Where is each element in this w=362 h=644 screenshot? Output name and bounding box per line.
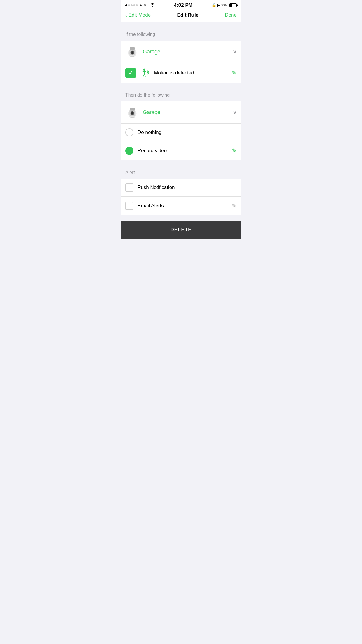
- motion-person-icon: [140, 67, 151, 78]
- checkmark-icon: ✓: [128, 69, 133, 76]
- motion-edit-icon[interactable]: ✎: [232, 69, 237, 76]
- motion-checkbox[interactable]: ✓: [125, 68, 136, 78]
- battery-percent: 33%: [221, 3, 228, 7]
- motion-label: Motion is detected: [154, 70, 222, 76]
- signal-dot-1: [125, 4, 127, 6]
- lock-icon: 🔒: [212, 3, 216, 7]
- svg-point-17: [131, 112, 133, 114]
- location-icon: ▶: [217, 3, 220, 7]
- svg-point-4: [131, 51, 133, 54]
- row-divider: [226, 68, 226, 78]
- if-device-section: Garage ∨ ✓ Motion is detected ✎: [121, 41, 241, 83]
- then-section-label: Then do the following: [125, 92, 170, 97]
- alert-spacer: [121, 160, 241, 166]
- nav-bar: ‹ Edit Mode Edit Rule Done: [121, 9, 241, 22]
- if-garage-chevron-icon: ∨: [233, 48, 237, 55]
- top-spacer: [121, 22, 241, 28]
- wifi-icon: [150, 3, 155, 8]
- push-notification-row[interactable]: Push Notification: [121, 179, 241, 196]
- svg-point-6: [130, 56, 135, 57]
- middle-spacer: [121, 83, 241, 88]
- back-chevron-icon: ‹: [125, 12, 127, 18]
- signal-dot-2: [128, 4, 130, 6]
- status-right: 🔒 ▶ 33%: [212, 3, 237, 7]
- then-device-section: Garage ∨ Do nothing Record video ✎: [121, 101, 241, 160]
- delete-button[interactable]: DELETE: [121, 221, 241, 239]
- svg-point-19: [130, 117, 135, 118]
- then-garage-chevron-icon: ∨: [233, 109, 237, 116]
- record-video-row[interactable]: Record video ✎: [121, 141, 241, 160]
- signal-dots: [125, 4, 138, 6]
- if-section-header: If the following: [121, 28, 241, 41]
- if-section-label: If the following: [125, 32, 155, 37]
- record-video-label: Record video: [138, 148, 222, 154]
- email-alerts-checkbox[interactable]: [125, 202, 133, 210]
- status-bar: AT&T 4:02 PM 🔒 ▶ 33%: [121, 0, 241, 9]
- nav-back-label: Edit Mode: [129, 12, 151, 18]
- carrier-label: AT&T: [140, 3, 148, 7]
- email-alerts-row[interactable]: Email Alerts ✎: [121, 196, 241, 215]
- nav-done-button[interactable]: Done: [225, 12, 237, 18]
- status-left: AT&T: [125, 3, 155, 8]
- svg-rect-15: [130, 108, 135, 111]
- status-time: 4:02 PM: [174, 2, 193, 8]
- push-notification-checkbox[interactable]: [125, 183, 133, 192]
- do-nothing-radio[interactable]: [125, 128, 133, 136]
- email-alerts-edit-icon[interactable]: ✎: [232, 202, 237, 209]
- then-section-header: Then do the following: [121, 88, 241, 101]
- alert-section-label: Alert: [125, 170, 135, 175]
- if-garage-label: Garage: [143, 49, 231, 55]
- nav-title: Edit Rule: [177, 12, 198, 18]
- svg-rect-2: [130, 47, 135, 50]
- svg-line-12: [144, 74, 145, 76]
- record-video-radio[interactable]: [125, 147, 133, 155]
- signal-dot-4: [133, 4, 135, 6]
- if-device-row[interactable]: Garage ∨: [121, 41, 241, 63]
- battery-icon: [229, 4, 237, 7]
- if-camera-icon: [125, 45, 139, 59]
- bottom-spacer: [121, 215, 241, 221]
- motion-row[interactable]: ✓ Motion is detected ✎: [121, 63, 241, 83]
- email-alerts-label: Email Alerts: [138, 203, 222, 209]
- svg-point-18: [131, 112, 132, 113]
- then-garage-label: Garage: [143, 109, 231, 116]
- svg-point-5: [131, 52, 132, 52]
- signal-dot-3: [131, 4, 133, 6]
- then-camera-icon: [125, 105, 139, 119]
- push-notification-label: Push Notification: [138, 185, 237, 190]
- signal-dot-5: [136, 4, 138, 6]
- alert-section: Push Notification Email Alerts ✎: [121, 179, 241, 215]
- then-device-row[interactable]: Garage ∨: [121, 101, 241, 124]
- email-row-divider: [226, 201, 226, 211]
- record-video-edit-icon[interactable]: ✎: [232, 147, 237, 154]
- do-nothing-label: Do nothing: [138, 130, 237, 135]
- nav-back-button[interactable]: ‹ Edit Mode: [125, 12, 151, 18]
- do-nothing-row[interactable]: Do nothing: [121, 124, 241, 141]
- record-row-divider: [226, 146, 226, 156]
- alert-section-header: Alert: [121, 166, 241, 179]
